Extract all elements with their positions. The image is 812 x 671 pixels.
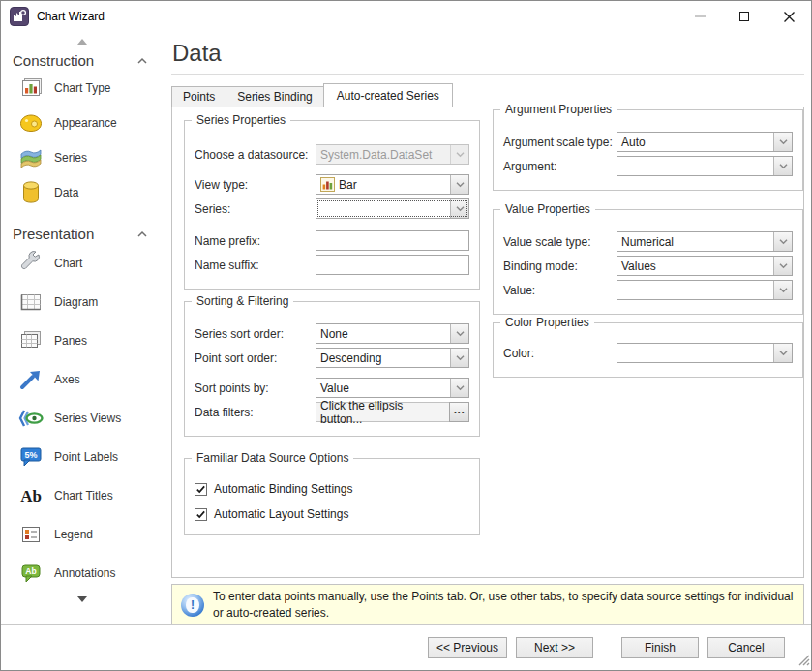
chevron-down-icon (778, 262, 789, 269)
sidebar-item-appearance[interactable]: Appearance (1, 106, 163, 140)
sidebar-item-label: Appearance (54, 116, 117, 130)
dialog-body: Construction C (1, 32, 811, 624)
field-label: Data filters: (195, 406, 316, 419)
dropdown-button[interactable] (450, 175, 468, 194)
field-label: Series sort order: (195, 327, 316, 341)
sidebar-section-construction[interactable]: Construction (13, 52, 148, 69)
checkbox-checked[interactable] (195, 483, 207, 496)
close-button[interactable] (767, 1, 811, 32)
automatic-layout-checkbox-row[interactable]: Automatic Layout Settings (195, 507, 469, 521)
combobox-value: Numerical (617, 232, 773, 251)
sidebar-item-diagram[interactable]: Diagram (1, 283, 163, 321)
next-button[interactable]: Next >> (516, 637, 593, 658)
combobox-value (617, 157, 773, 175)
sidebar-item-chart-type[interactable]: Chart Type (1, 71, 163, 106)
sidebar-item-chart[interactable]: Chart (1, 244, 163, 283)
combobox-value: Descending (316, 349, 450, 367)
sidebar-item-label: Point Labels (54, 450, 118, 464)
sidebar-item-label: Diagram (54, 295, 98, 309)
tab-points[interactable]: Points (171, 86, 226, 107)
panes-icon (16, 328, 45, 353)
dropdown-button[interactable] (450, 199, 468, 218)
sidebar-item-chart-titles[interactable]: Ab Chart Titles (1, 476, 163, 515)
chevron-down-icon (455, 354, 466, 361)
minimize-button[interactable] (677, 1, 722, 32)
argument-scale-type-combobox[interactable]: Auto (617, 132, 793, 152)
field-label: Name suffix: (195, 259, 316, 272)
scroll-up-icon[interactable] (77, 39, 87, 45)
dropdown-button[interactable] (450, 349, 468, 367)
maximize-button[interactable] (722, 1, 767, 32)
data-filters-field: Click the ellipsis button... ... (316, 402, 469, 422)
data-filters-row: Data filters: Click the ellipsis button.… (195, 402, 469, 422)
combobox-value: Auto (617, 133, 773, 151)
name-suffix-input[interactable] (316, 255, 469, 275)
checkbox-label: Automatic Layout Settings (214, 507, 348, 521)
left-column: Series Properties Choose a datasource: S… (184, 107, 480, 565)
chevron-down-icon (778, 350, 789, 356)
sidebar-item-series-views[interactable]: Series Views (1, 399, 163, 438)
dropdown-button[interactable] (773, 232, 792, 251)
tab-auto-created-series[interactable]: Auto-created Series (323, 83, 453, 107)
finish-button[interactable]: Finish (621, 637, 699, 658)
sidebar-item-point-labels[interactable]: 5% Point Labels (1, 438, 163, 476)
sidebar-item-label: Axes (54, 373, 80, 386)
value-combobox[interactable] (617, 280, 793, 300)
combobox-value: Values (617, 257, 773, 275)
dropdown-button[interactable] (773, 157, 792, 175)
sorting-filtering-group: Sorting & Filtering Series sort order: N… (184, 301, 480, 437)
sidebar-section-presentation[interactable]: Presentation (13, 226, 148, 242)
scroll-down-icon[interactable] (77, 596, 87, 602)
section-title: Construction (13, 52, 94, 69)
close-icon (783, 11, 796, 23)
sidebar-item-panes[interactable]: Panes (1, 321, 163, 360)
chart-titles-icon: Ab (16, 484, 45, 507)
dropdown-button[interactable] (450, 379, 468, 397)
chevron-down-icon (778, 138, 789, 145)
value-scale-type-combobox[interactable]: Numerical (617, 231, 793, 252)
dropdown-button[interactable] (773, 344, 792, 362)
sidebar-item-series[interactable]: Series (1, 140, 163, 175)
sidebar-item-label: Panes (54, 334, 87, 348)
page-title: Data (172, 40, 804, 67)
previous-button[interactable]: << Previous (428, 637, 507, 658)
resize-grip[interactable] (797, 653, 810, 669)
automatic-binding-checkbox-row[interactable]: Automatic Binding Settings (195, 482, 469, 496)
wizard-sidebar: Construction C (1, 32, 163, 624)
sidebar-item-axes[interactable]: Axes (1, 360, 163, 399)
series-combobox[interactable] (316, 198, 469, 219)
combobox-value: System.Data.DataSet (316, 145, 450, 164)
color-combobox[interactable] (617, 343, 793, 363)
binding-mode-row: Binding mode: Values (503, 256, 793, 276)
sort-points-by-row: Sort points by: Value (195, 378, 469, 398)
point-sort-order-combobox[interactable]: Descending (316, 348, 469, 368)
field-label: Name prefix: (195, 234, 316, 248)
ellipsis-button[interactable]: ... (449, 402, 469, 422)
series-sort-order-combobox[interactable]: None (316, 323, 469, 344)
dropdown-button[interactable] (450, 324, 468, 343)
field-label: Sort points by: (195, 381, 316, 395)
color-properties-group: Color Properties Color: (493, 322, 803, 378)
dropdown-button[interactable] (773, 133, 792, 151)
datasource-row: Choose a datasource: System.Data.DataSet (195, 144, 469, 165)
binding-mode-combobox[interactable]: Values (617, 256, 793, 276)
legend-icon (16, 523, 45, 546)
dropdown-button[interactable] (773, 281, 792, 299)
cancel-button[interactable]: Cancel (707, 637, 785, 658)
sort-points-by-combobox[interactable]: Value (316, 378, 469, 398)
color-row: Color: (503, 343, 793, 363)
checkbox-checked[interactable] (195, 508, 207, 521)
chevron-down-icon (455, 330, 466, 337)
view-type-combobox[interactable]: Bar (316, 174, 469, 195)
point-sort-row: Point sort order: Descending (195, 348, 469, 368)
dropdown-button[interactable] (773, 257, 792, 275)
tab-series-binding[interactable]: Series Binding (226, 86, 323, 107)
sidebar-item-data[interactable]: Data (1, 175, 163, 210)
chevron-up-icon (136, 230, 148, 238)
name-prefix-input[interactable] (316, 230, 469, 251)
argument-combobox[interactable] (617, 156, 793, 176)
sidebar-item-legend[interactable]: Legend (1, 515, 163, 554)
sidebar-item-annotations[interactable]: Ab Annotations (1, 554, 163, 593)
field-label: Color: (503, 347, 617, 360)
minimize-icon (695, 15, 706, 17)
